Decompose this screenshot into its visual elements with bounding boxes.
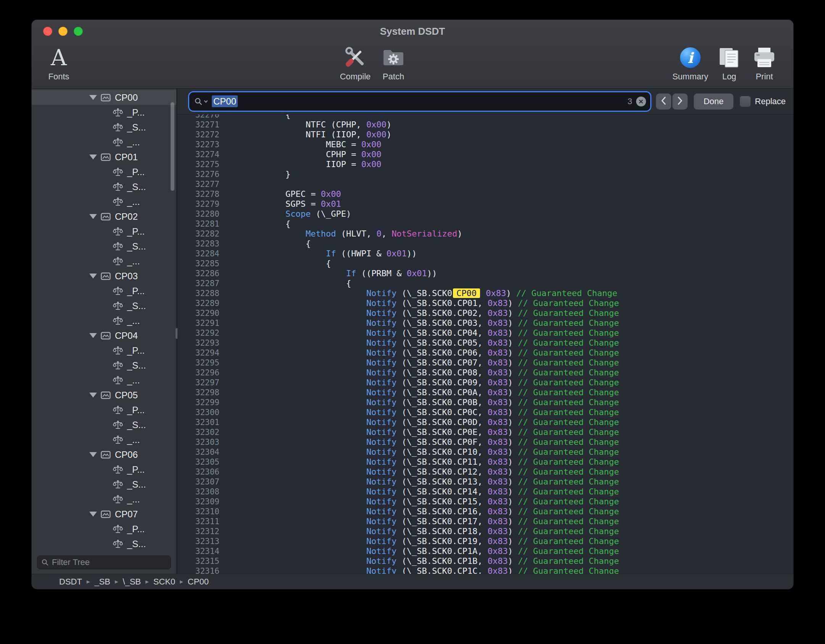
line-number: 32297 [177,378,225,388]
method-icon [113,167,123,177]
method-icon [113,316,123,326]
toolbar-button-compile[interactable]: Compile [336,43,374,82]
code-line: 32278 GPEC = 0x00 [177,189,793,199]
tree-item[interactable]: _... [32,254,176,269]
tree-item[interactable]: _S... [32,239,176,254]
titlebar[interactable]: System DSDT [32,20,793,43]
breadcrumb-item[interactable]: _SB [94,577,110,587]
tree-item-cp01[interactable]: CP01 [32,150,176,164]
zoom-button[interactable] [74,27,83,36]
tree-item-label: _S... [127,479,146,490]
method-icon [113,197,123,207]
line-number: 32315 [177,556,225,566]
tree-item[interactable]: _S... [32,477,176,492]
breadcrumb-item[interactable]: \_SB [123,577,141,587]
toolbar-button-fonts[interactable]: AFonts [39,43,79,82]
code-line: 32286 If ((PRBM & 0x01)) [177,269,793,279]
patch-icon [381,45,406,70]
disclosure-triangle-icon[interactable] [89,393,97,398]
toolbar-button-log[interactable]: Log [712,43,747,82]
line-number: 32305 [177,457,225,467]
sidebar-scrollbar[interactable] [171,102,174,191]
line-number: 32306 [177,467,225,477]
tree-item[interactable]: _... [32,432,176,447]
tree-item-cp06[interactable]: CP06 [32,447,176,462]
filter-tree-input[interactable] [52,557,167,567]
tree-item-label: _... [127,316,140,326]
tree-item[interactable]: _S... [32,417,176,432]
content-area: CP00_P..._S..._...CP01_P..._S..._...CP02… [32,89,793,574]
disclosure-triangle-icon[interactable] [89,274,97,279]
symbol-tree[interactable]: CP00_P..._S..._...CP01_P..._S..._...CP02… [32,89,176,552]
next-match-button[interactable] [672,93,688,109]
tree-item-cp02[interactable]: CP02 [32,209,176,224]
tree-item-cp03[interactable]: CP03 [32,269,176,283]
line-number: 32308 [177,487,225,497]
disclosure-triangle-icon[interactable] [89,452,97,457]
close-button[interactable] [43,27,52,36]
minimize-button[interactable] [58,27,68,36]
line-number: 32284 [177,249,225,259]
line-number: 32290 [177,308,225,318]
replace-option: Replace [740,96,786,107]
tree-item-label: _S... [127,241,146,252]
code-line: 32301 Notify (\_SB.SCK0.CP0D, 0x83) // G… [177,417,793,427]
tree-item[interactable]: _... [32,373,176,388]
clear-search-button[interactable]: × [636,97,646,106]
tree-item-cp05[interactable]: CP05 [32,388,176,402]
previous-match-button[interactable] [656,93,671,109]
disclosure-triangle-icon[interactable] [89,95,97,100]
tree-item[interactable]: _P... [32,164,176,179]
code-editor[interactable]: 32270 {32271 NTFC (CPHP, 0x00)32272 NTFI… [177,114,793,574]
line-number: 32295 [177,358,225,368]
search-field[interactable]: CP00 3 × [190,93,650,110]
tree-item[interactable]: _S... [32,179,176,194]
code-line: 32312 Notify (\_SB.SCK0.CP18, 0x83) // G… [177,526,793,536]
breadcrumb-item[interactable]: SCK0 [153,577,175,587]
toolbar-button-patch[interactable]: Patch [374,43,412,82]
tree-item[interactable]: _P... [32,283,176,298]
tree-item[interactable]: _... [32,492,176,507]
line-number: 32316 [177,566,225,574]
tree-item[interactable]: _P... [32,105,176,120]
tree-item[interactable]: _... [32,313,176,328]
toolbar-button-print[interactable]: Print [747,43,782,82]
breadcrumb-item[interactable]: DSDT [59,577,82,587]
tree-item[interactable]: _S... [32,536,176,551]
breadcrumb-separator-icon: ▸ [115,578,118,586]
tree-item[interactable]: _P... [32,224,176,239]
tree-item[interactable]: _P... [32,402,176,417]
tree-item-label: _... [127,375,140,386]
tree-item[interactable]: _... [32,194,176,209]
disclosure-triangle-icon[interactable] [89,214,97,219]
method-icon [113,494,123,504]
filter-tree-field[interactable] [37,555,171,569]
tree-item[interactable]: _... [32,135,176,150]
replace-checkbox[interactable] [740,96,751,107]
method-icon [113,242,123,251]
code-line: 32293 Notify (\_SB.SCK0.CP05, 0x83) // G… [177,338,793,348]
breadcrumb-item[interactable]: CP00 [188,577,209,587]
tree-item[interactable]: _P... [32,343,176,358]
tree-item-cp07[interactable]: CP07 [32,507,176,522]
tree-item-cp00[interactable]: CP00 [32,90,176,105]
tree-item[interactable]: _S... [32,358,176,373]
tree-item-cp04[interactable]: CP04 [32,328,176,343]
toolbar: AFonts CompilePatch iSummaryLogPrint [32,43,793,89]
tree-item[interactable]: _S... [32,298,176,313]
tree-item-label: CP02 [115,211,138,222]
tree-item[interactable]: _P... [32,462,176,477]
disclosure-triangle-icon[interactable] [89,512,97,517]
compile-icon [343,45,368,70]
done-button[interactable]: Done [694,93,734,109]
toolbar-button-summary[interactable]: iSummary [669,43,712,82]
code-line: 32306 Notify (\_SB.SCK0.CP12, 0x83) // G… [177,467,793,477]
disclosure-triangle-icon[interactable] [89,333,97,338]
tree-item[interactable]: _S... [32,120,176,135]
tree-item[interactable]: _P... [32,522,176,536]
line-number: 32303 [177,437,225,447]
search-input[interactable]: CP00 [212,96,238,107]
toolbar-label: Print [756,72,773,82]
search-menu-icon[interactable] [194,97,208,106]
disclosure-triangle-icon[interactable] [89,155,97,159]
